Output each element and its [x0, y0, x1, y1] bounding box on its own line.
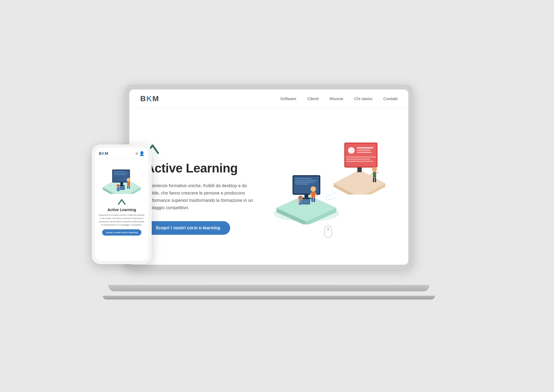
svg-point-46	[127, 178, 130, 182]
svg-rect-20	[303, 200, 309, 204]
hamburger-icon[interactable]: ≡ 👤	[135, 151, 145, 156]
scene: BKM Software Clienti Risorse Chi siamo C…	[86, 74, 468, 319]
svg-rect-30	[346, 159, 370, 160]
nav-item-chisiamo[interactable]: Chi siamo	[354, 96, 373, 101]
svg-rect-31	[346, 161, 373, 162]
nav-link-chisiamo[interactable]: Chi siamo	[354, 96, 373, 101]
svg-point-33	[372, 167, 377, 172]
svg-rect-47	[127, 182, 130, 186]
nav-link-contatti[interactable]: Contatti	[383, 96, 397, 101]
nav-item-clienti[interactable]: Clienti	[307, 96, 319, 101]
svg-point-9	[311, 186, 316, 192]
hero-section: Active Learning Esperienze formative uni…	[129, 108, 408, 264]
phone-device: BKM ≡ 👤	[92, 144, 152, 264]
laptop-bottom	[103, 296, 435, 300]
svg-rect-10	[311, 192, 315, 198]
nav-item-contatti[interactable]: Contatti	[383, 96, 397, 101]
nav-item-risorse[interactable]: Risorse	[330, 96, 343, 101]
svg-rect-32	[357, 167, 362, 172]
svg-rect-43	[114, 174, 126, 175]
svg-point-25	[348, 147, 355, 154]
svg-rect-37	[373, 178, 374, 182]
svg-rect-14	[313, 198, 315, 202]
scroll-dot	[327, 228, 329, 230]
svg-rect-44	[120, 183, 123, 185]
hero-content: Active Learning Esperienze formative uni…	[146, 143, 260, 235]
phone-iso-illustration	[99, 161, 145, 194]
svg-rect-27	[357, 150, 370, 151]
phone-nav: BKM ≡ 👤	[95, 148, 148, 159]
svg-rect-29	[346, 156, 376, 158]
phone-screen: BKM ≡ 👤	[95, 148, 148, 261]
hero-cta-button[interactable]: Scopri i nostri corsi e-learning	[146, 221, 230, 235]
svg-rect-6	[295, 184, 309, 184]
svg-rect-4	[295, 180, 317, 181]
phone-logo-m: M	[105, 151, 108, 156]
svg-rect-8	[302, 198, 311, 199]
phone-hero-description: Esperienze formative uniche, fruibili da…	[98, 214, 145, 227]
svg-rect-41	[114, 171, 125, 172]
svg-rect-3	[295, 178, 311, 179]
logo-m: M	[152, 94, 159, 103]
svg-point-51	[117, 184, 120, 187]
hero-description: Esperienze formative uniche, fruibili da…	[146, 182, 260, 212]
svg-rect-26	[357, 147, 373, 149]
laptop-device: BKM Software Clienti Risorse Chi siamo C…	[124, 85, 424, 308]
svg-rect-49	[129, 186, 130, 189]
svg-rect-42	[114, 173, 127, 174]
logo-k: K	[146, 94, 152, 103]
phone-cta-button[interactable]: Scopri i nostri corsi e-learning	[102, 229, 141, 236]
phone-logo-b: B	[99, 151, 102, 156]
website-nav: BKM Software Clienti Risorse Chi siamo C…	[129, 89, 408, 108]
svg-line-35	[370, 173, 373, 176]
svg-rect-38	[375, 178, 376, 182]
laptop-screen: BKM Software Clienti Risorse Chi siamo C…	[129, 89, 408, 265]
phone-logo-k: K	[102, 151, 105, 156]
svg-rect-54	[120, 187, 124, 190]
svg-line-36	[376, 172, 378, 173]
svg-rect-28	[357, 152, 372, 153]
phone-hero-illustration	[95, 159, 148, 197]
hero-illustration	[260, 137, 396, 241]
logo-text: BKM	[140, 94, 159, 103]
svg-line-22	[325, 199, 336, 200]
svg-rect-48	[127, 186, 128, 189]
phone-hero-title: Active Learning	[98, 208, 146, 212]
svg-rect-52	[117, 187, 120, 191]
phone-chevron-icon	[118, 198, 126, 206]
nav-links: Software Clienti Risorse Chi siamo Conta…	[280, 96, 397, 101]
laptop-body: BKM Software Clienti Risorse Chi siamo C…	[124, 85, 413, 270]
svg-rect-5	[295, 182, 314, 183]
logo-b: B	[140, 94, 146, 103]
nav-item-software[interactable]: Software	[280, 96, 296, 101]
logo: BKM	[140, 94, 159, 103]
laptop-base	[108, 285, 430, 291]
svg-rect-7	[305, 194, 308, 198]
iso-illustration-2	[328, 137, 391, 195]
scroll-indicator	[324, 226, 332, 238]
svg-rect-18	[297, 200, 300, 202]
svg-point-16	[298, 196, 303, 200]
svg-rect-34	[373, 172, 376, 178]
nav-link-clienti[interactable]: Clienti	[307, 96, 319, 101]
hero-title: Active Learning	[146, 161, 260, 175]
phone-logo: BKM	[99, 151, 108, 156]
nav-link-software[interactable]: Software	[280, 96, 296, 101]
nav-link-risorse[interactable]: Risorse	[330, 96, 343, 101]
